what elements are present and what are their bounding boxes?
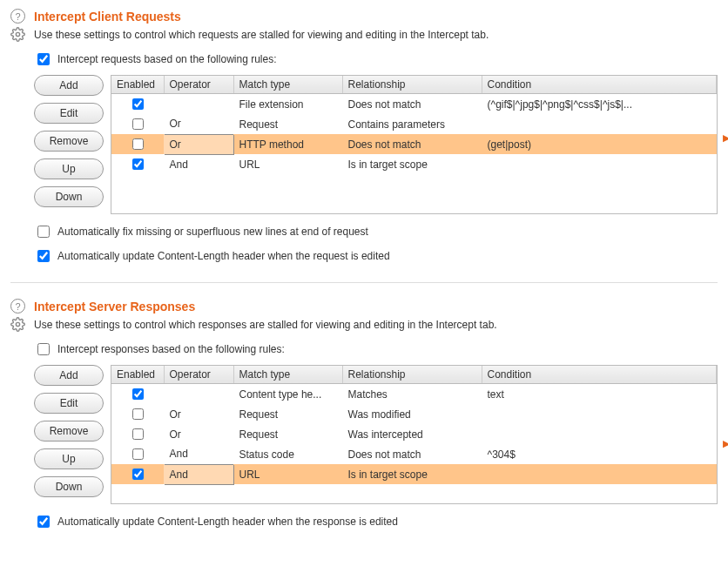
gear-icon[interactable] xyxy=(10,27,25,42)
col-condition[interactable]: Condition xyxy=(482,76,717,94)
down-button[interactable]: Down xyxy=(34,476,104,497)
table-cell: Or xyxy=(164,134,233,154)
intercept-responses-checkbox[interactable] xyxy=(37,343,50,355)
table-cell xyxy=(164,94,233,115)
auto-update-content-length-label: Automatically update Content-Length head… xyxy=(57,250,390,262)
edit-button[interactable]: Edit xyxy=(34,393,104,414)
col-enabled[interactable]: Enabled xyxy=(111,366,164,384)
table-row[interactable]: AndURLIs in target scope xyxy=(111,154,717,174)
col-operator[interactable]: Operator xyxy=(164,76,233,94)
auto-update-content-length-checkbox[interactable] xyxy=(37,250,50,262)
table-cell: Contains parameters xyxy=(342,114,482,134)
intercept-responses-label: Intercept responses based on the followi… xyxy=(57,343,285,355)
section-intercept-responses: ? Intercept Server Responses Use these s… xyxy=(10,299,718,530)
table-cell: Is in target scope xyxy=(342,464,482,484)
table-row[interactable]: File extensionDoes not match(^gif$|^jpg$… xyxy=(111,94,717,115)
gear-icon[interactable] xyxy=(10,317,25,332)
more-arrow-icon[interactable]: ▶ xyxy=(723,132,728,144)
table-cell xyxy=(482,404,717,424)
down-button[interactable]: Down xyxy=(34,186,104,207)
table-cell: And xyxy=(164,464,233,484)
table-cell: Request xyxy=(233,424,342,444)
table-cell: ^304$ xyxy=(482,444,717,464)
rule-enabled-checkbox[interactable] xyxy=(132,388,144,400)
table-row[interactable]: Content type he...Matchestext xyxy=(111,384,717,405)
add-button[interactable]: Add xyxy=(34,365,104,386)
section-description: Use these settings to control which resp… xyxy=(34,319,497,331)
edit-button[interactable]: Edit xyxy=(34,103,104,124)
section-divider xyxy=(10,282,718,283)
table-cell: Is in target scope xyxy=(342,154,482,174)
table-row[interactable]: AndStatus codeDoes not match^304$ xyxy=(111,444,717,464)
col-relationship[interactable]: Relationship xyxy=(342,366,482,384)
table-cell xyxy=(164,384,233,405)
add-button[interactable]: Add xyxy=(34,75,104,96)
table-row[interactable]: AndURLIs in target scope xyxy=(111,464,717,484)
more-arrow-icon[interactable]: ▶ xyxy=(723,438,728,449)
table-cell: Was modified xyxy=(342,404,482,424)
table-cell: Request xyxy=(233,404,342,424)
table-cell: File extension xyxy=(233,94,342,115)
table-cell xyxy=(482,154,717,174)
table-cell xyxy=(482,424,717,444)
table-cell: Request xyxy=(233,114,342,134)
col-operator[interactable]: Operator xyxy=(164,366,233,384)
table-cell: Was intercepted xyxy=(342,424,482,444)
col-relationship[interactable]: Relationship xyxy=(342,76,482,94)
table-cell: Does not match xyxy=(342,134,482,154)
svg-point-0 xyxy=(16,32,19,36)
help-icon[interactable]: ? xyxy=(10,9,25,24)
section-intercept-requests: ? Intercept Client Requests Use these se… xyxy=(10,9,718,265)
col-matchtype[interactable]: Match type xyxy=(233,366,342,384)
rule-enabled-checkbox[interactable] xyxy=(132,428,144,440)
rule-enabled-checkbox[interactable] xyxy=(132,408,144,420)
table-row[interactable]: OrRequestWas modified xyxy=(111,404,717,424)
intercept-requests-checkbox[interactable] xyxy=(37,53,50,65)
up-button[interactable]: Up xyxy=(34,158,104,179)
table-cell: Or xyxy=(164,404,233,424)
table-cell: URL xyxy=(233,464,342,484)
rule-enabled-checkbox[interactable] xyxy=(132,448,144,460)
section-title: Intercept Server Responses xyxy=(34,300,195,313)
table-cell: (^gif$|^jpg$|^png$|^css$|^js$|... xyxy=(482,94,717,115)
up-button[interactable]: Up xyxy=(34,448,104,469)
section-description: Use these settings to control which requ… xyxy=(34,29,489,41)
table-cell: HTTP method xyxy=(233,134,342,154)
rule-enabled-checkbox[interactable] xyxy=(132,138,144,150)
responses-rules-table[interactable]: Enabled Operator Match type Relationship… xyxy=(111,365,718,504)
auto-update-content-length-checkbox[interactable] xyxy=(37,516,50,528)
rule-enabled-checkbox[interactable] xyxy=(132,469,144,480)
table-cell: (get|post) xyxy=(482,134,717,154)
section-title: Intercept Client Requests xyxy=(34,10,181,24)
table-cell: Does not match xyxy=(342,94,482,115)
svg-point-1 xyxy=(16,322,19,326)
table-cell: Status code xyxy=(233,444,342,464)
table-cell: Matches xyxy=(342,384,482,405)
table-cell: Or xyxy=(164,424,233,444)
rule-enabled-checkbox[interactable] xyxy=(132,118,144,130)
table-cell xyxy=(482,464,717,484)
table-cell: URL xyxy=(233,154,342,174)
auto-fix-newlines-checkbox[interactable] xyxy=(37,226,50,238)
requests-rules-table[interactable]: Enabled Operator Match type Relationship… xyxy=(111,75,718,214)
table-cell: text xyxy=(482,384,717,405)
table-cell: And xyxy=(164,154,233,174)
table-row[interactable]: OrHTTP methodDoes not match(get|post) xyxy=(111,134,717,154)
help-icon[interactable]: ? xyxy=(10,299,25,313)
col-matchtype[interactable]: Match type xyxy=(233,76,342,94)
table-row[interactable]: OrRequestContains parameters xyxy=(111,114,717,134)
intercept-requests-label: Intercept requests based on the followin… xyxy=(57,53,276,65)
col-enabled[interactable]: Enabled xyxy=(111,76,164,94)
rule-enabled-checkbox[interactable] xyxy=(132,158,144,170)
rule-enabled-checkbox[interactable] xyxy=(132,98,144,110)
auto-update-content-length-label: Automatically update Content-Length head… xyxy=(57,516,398,528)
table-cell: Does not match xyxy=(342,444,482,464)
table-cell: Or xyxy=(164,114,233,134)
table-cell: Content type he... xyxy=(233,384,342,405)
auto-fix-newlines-label: Automatically fix missing or superfluous… xyxy=(57,226,368,238)
table-row[interactable]: OrRequestWas intercepted xyxy=(111,424,717,444)
table-cell: And xyxy=(164,444,233,464)
col-condition[interactable]: Condition xyxy=(482,366,717,384)
remove-button[interactable]: Remove xyxy=(34,421,104,442)
remove-button[interactable]: Remove xyxy=(34,131,104,152)
